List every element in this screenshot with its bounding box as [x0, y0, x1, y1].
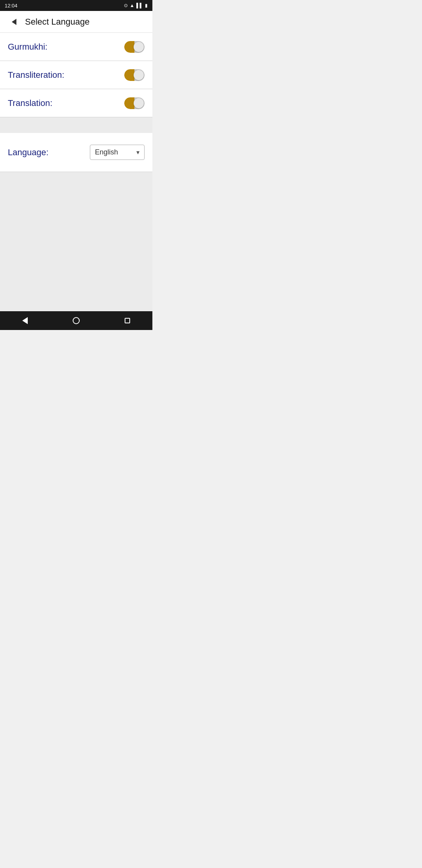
- nav-recents-button[interactable]: [115, 315, 139, 326]
- nav-home-button[interactable]: [63, 314, 89, 327]
- language-dropdown[interactable]: English ▾: [90, 145, 145, 160]
- status-icons: ⊙ ▲ ▌▌ ▮: [124, 3, 148, 8]
- gurmukhi-toggle-thumb: [134, 42, 144, 52]
- page-title: Select Language: [25, 17, 89, 27]
- language-selected-value: English: [95, 148, 118, 156]
- gurmukhi-label: Gurmukhi:: [8, 42, 47, 52]
- content-area: Gurmukhi: Transliteration: Tra: [0, 33, 152, 330]
- transliteration-row: Transliteration:: [0, 61, 152, 89]
- chevron-down-icon: ▾: [136, 149, 139, 156]
- bottom-spacer: [0, 172, 152, 330]
- language-row: Language: English ▾: [0, 133, 152, 172]
- page-root: 12:04 ⊙ ▲ ▌▌ ▮ Select Language Gurmukhi:: [0, 0, 152, 330]
- translation-label: Translation:: [8, 98, 52, 108]
- gurmukhi-toggle[interactable]: [124, 41, 145, 53]
- translation-toggle-thumb: [134, 98, 144, 108]
- nav-bar: [0, 311, 152, 330]
- signal-bars-icon: ▌▌: [136, 3, 143, 8]
- transliteration-label: Transliteration:: [8, 70, 64, 80]
- translation-toggle[interactable]: [124, 97, 145, 109]
- battery-icon: ▮: [145, 3, 148, 8]
- nav-home-icon: [73, 317, 80, 324]
- back-arrow-icon: [12, 19, 16, 25]
- section-spacer: [0, 117, 152, 133]
- transliteration-toggle-thumb: [134, 70, 144, 80]
- signal-icon: ▲: [130, 3, 134, 8]
- gurmukhi-row: Gurmukhi:: [0, 33, 152, 61]
- nav-back-icon: [22, 317, 28, 324]
- back-button[interactable]: [6, 14, 22, 30]
- language-label: Language:: [8, 147, 48, 158]
- app-bar: Select Language: [0, 11, 152, 33]
- notification-icon: ⊙: [124, 3, 128, 8]
- translation-row: Translation:: [0, 89, 152, 117]
- nav-back-button[interactable]: [13, 314, 37, 327]
- transliteration-toggle[interactable]: [124, 69, 145, 81]
- status-time: 12:04: [5, 3, 18, 9]
- status-bar: 12:04 ⊙ ▲ ▌▌ ▮: [0, 0, 152, 11]
- nav-recent-icon: [125, 318, 130, 323]
